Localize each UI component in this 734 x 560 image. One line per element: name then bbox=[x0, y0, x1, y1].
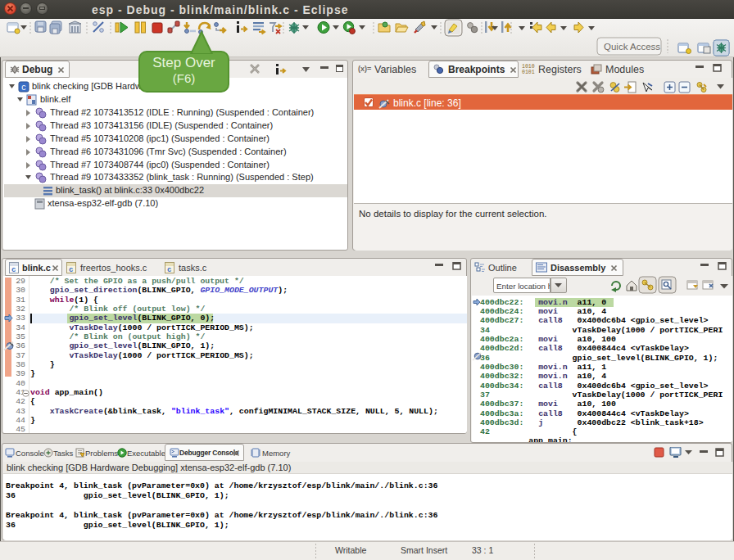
svg-text:c: c bbox=[69, 266, 73, 273]
svg-text:c: c bbox=[11, 266, 16, 273]
svg-text:c: c bbox=[167, 266, 171, 273]
svg-text:c: c bbox=[21, 84, 26, 93]
svg-text:Quick Access: Quick Access bbox=[604, 42, 660, 52]
